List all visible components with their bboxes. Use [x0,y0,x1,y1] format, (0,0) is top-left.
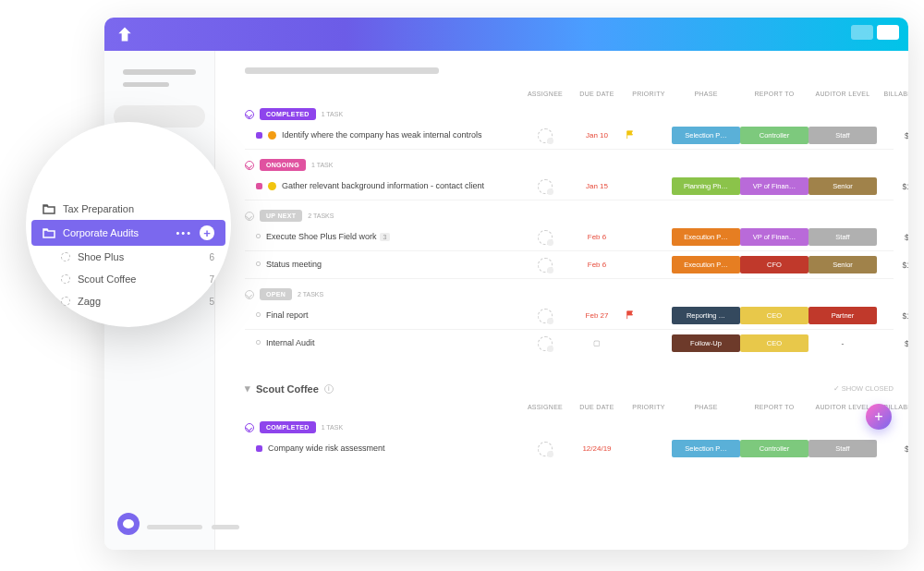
list-icon [61,274,70,284]
placeholder [147,525,202,529]
add-list-button[interactable]: + [200,225,214,240]
task-row[interactable]: Execute Shoe Plus Field work3 Feb 6 Exec… [245,224,894,251]
collapse-icon[interactable] [245,110,254,119]
folder-label: Tax Preparation [63,203,134,214]
report-chip[interactable]: CEO [740,334,808,352]
report-chip[interactable]: Controller [740,127,808,144]
status-pill: OPEN [260,288,292,300]
due-date[interactable]: Jan 10 [568,131,626,140]
placeholder [123,82,169,87]
status-group-header[interactable]: ONGOING 1 TASK [245,159,894,171]
assignee-empty[interactable] [538,309,553,323]
task-row[interactable]: Company wide risk assessment 12/24/19 Se… [245,435,894,462]
report-chip[interactable]: VP of Finan… [740,177,808,195]
status-square [256,312,261,317]
billable-rate: $100 [877,182,908,191]
task-type-icon [268,131,276,140]
status-square [256,261,261,266]
status-group-header[interactable]: UP NEXT 2 TASKS [245,210,894,222]
collapse-icon[interactable] [245,423,254,432]
phase-chip[interactable]: Execution P… [672,228,740,246]
status-group-header[interactable]: COMPLETED 1 TASK [245,421,894,433]
section-header[interactable]: ▾ Scout Coffee i ✓ SHOW CLOSED [245,383,894,395]
status-group-header[interactable]: COMPLETED 1 TASK [245,108,894,120]
phase-chip[interactable]: Selection P… [672,440,740,457]
status-pill: COMPLETED [260,108,316,120]
auditor-chip[interactable]: Staff [808,440,877,457]
assignee-empty[interactable] [538,179,553,194]
folder-tax-preparation[interactable]: Tax Preparation [26,198,231,220]
due-date[interactable]: Jan 15 [568,182,626,190]
app-logo-icon [116,25,134,43]
status-pill: UP NEXT [260,210,302,222]
col-billable: BILLABLE/HOUR [877,91,908,97]
assignee-empty[interactable] [538,336,553,351]
folder-corporate-audits[interactable]: Corporate Audits ••• + [31,220,225,246]
phase-chip[interactable]: Follow-Up [672,334,740,352]
status-group-header[interactable]: OPEN 2 TASKS [245,288,894,300]
col-priority: PRIORITY [626,91,672,97]
task-row[interactable]: Status meeting Feb 6 Execution P… CFO Se… [245,251,894,279]
col-phase: PHASE [672,91,740,97]
assignee-empty[interactable] [538,442,553,456]
task-row[interactable]: Final report Feb 27 Reporting … CEO Part… [245,302,894,330]
list-scout-coffee[interactable]: Scout Coffee 7 [26,268,231,290]
priority-flag-icon[interactable] [626,310,635,320]
phase-chip[interactable]: Execution P… [672,256,740,273]
status-square [256,340,261,345]
due-date-empty[interactable]: ▢ [568,339,626,347]
titlebar [104,18,908,51]
auditor-chip[interactable]: Senior [808,256,877,273]
report-chip[interactable]: Controller [740,440,808,457]
task-row[interactable]: Internal Audit ▢ Follow-Up CEO - $80 5 $… [245,330,894,357]
report-chip[interactable]: CFO [740,256,808,273]
due-date[interactable]: Feb 6 [568,261,626,269]
due-date[interactable]: Feb 27 [568,311,626,320]
task-name: Company wide risk assessment [268,443,385,455]
assignee-empty[interactable] [538,128,553,143]
placeholder [212,525,239,529]
status-square [256,132,262,139]
collapse-icon[interactable] [245,161,254,170]
auditor-empty: - [808,339,877,348]
list-icon [61,252,70,261]
collapse-icon[interactable] [245,290,254,299]
list-shoe-plus[interactable]: Shoe Plus 6 [26,246,231,268]
chat-button[interactable] [117,513,140,535]
new-task-fab[interactable]: + [866,404,892,430]
phase-chip[interactable]: Planning Ph… [672,177,740,195]
show-closed-toggle[interactable]: ✓ SHOW CLOSED [833,384,894,393]
more-icon[interactable]: ••• [176,227,192,238]
auditor-chip[interactable]: Partner [808,307,877,324]
list-zagg[interactable]: Zagg 5 [26,290,231,312]
auditor-chip[interactable]: Senior [808,177,877,195]
assignee-empty[interactable] [538,230,553,245]
task-row[interactable]: Gather relevant background information -… [245,173,894,200]
folder-label: Corporate Audits [63,227,139,238]
info-icon[interactable]: i [324,384,334,394]
auditor-chip[interactable]: Staff [808,228,877,246]
task-name: Final report [266,310,309,322]
task-name: Status meeting [266,260,322,271]
phase-chip[interactable]: Reporting … [672,307,740,324]
placeholder [123,69,196,75]
billable-rate: $80 [877,131,908,140]
collapse-icon[interactable] [245,212,254,221]
window-controls[interactable] [851,25,899,40]
due-date[interactable]: Feb 6 [568,233,626,241]
auditor-chip[interactable]: Staff [808,127,877,144]
task-count: 1 TASK [322,424,343,431]
task-row[interactable]: Identify where the company has weak inte… [245,122,894,150]
assignee-empty[interactable] [538,258,553,273]
report-chip[interactable]: CEO [740,307,808,324]
task-count: 1 TASK [322,111,343,117]
col-auditor-level: AUDITOR LEVEL [808,91,877,97]
task-name: Internal Audit [266,338,315,349]
due-date[interactable]: 12/24/19 [568,444,626,453]
task-count: 1 TASK [311,162,333,168]
report-chip[interactable]: VP of Finan… [740,228,808,246]
phase-chip[interactable]: Selection P… [672,127,740,144]
task-count: 2 TASKS [308,213,334,219]
priority-flag-icon[interactable] [626,130,635,140]
task-name: Gather relevant background information -… [282,181,484,192]
